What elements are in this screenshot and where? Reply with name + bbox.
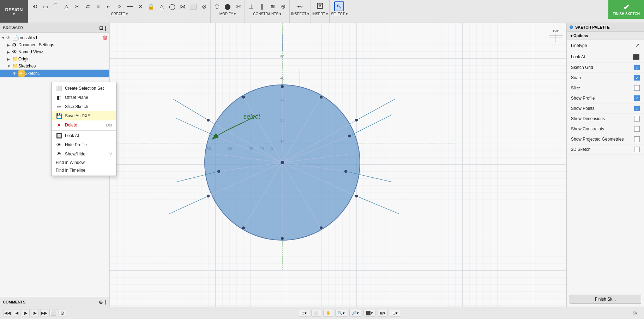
comments-expand-icon[interactable]: | <box>105 300 106 305</box>
timeline-icon1[interactable]: ⬜ <box>49 309 57 317</box>
constraint-icon3[interactable]: ≅ <box>267 1 277 11</box>
ctx-slice-sketch[interactable]: ✏ Slice Sketch <box>52 102 116 111</box>
tree-target-icon[interactable]: 🎯 <box>102 35 108 40</box>
ctx-save-as-dxf[interactable]: 💾 Save As DXF <box>52 111 116 120</box>
view-display-button[interactable]: ⬛▾ <box>363 310 375 317</box>
look-at-button[interactable]: ⬛ <box>633 53 640 60</box>
create-label[interactable]: CREATE ▾ <box>111 12 128 16</box>
ctx-show-hide[interactable]: 👁 Show/Hide V <box>52 149 116 159</box>
insert-icon[interactable]: 🖼 <box>315 1 325 11</box>
tree-arrow-doc: ▶ <box>7 43 12 47</box>
mirror-tool-icon[interactable]: ⋈ <box>178 1 188 11</box>
circle-tool-icon[interactable]: ○ <box>114 1 124 11</box>
arc-tool-icon[interactable]: ⌒ <box>51 1 61 11</box>
comments-add-icon[interactable]: ⊕ <box>99 299 103 305</box>
linetype-button[interactable]: ↗ <box>635 42 640 49</box>
modify-icon3[interactable]: ✄ <box>233 1 243 11</box>
sketch-grid-checkbox[interactable]: ✓ <box>634 65 640 70</box>
snap-checkbox[interactable]: ✓ <box>634 75 640 81</box>
show-constraints-checkbox[interactable] <box>634 126 640 132</box>
canvas-area[interactable]: 50 40 30 20 10 -50 -40 -30 -20 -10 <box>109 23 566 307</box>
tree-eye-sketch1[interactable]: 👁 <box>13 71 17 76</box>
nav-next-button[interactable]: ▶ <box>31 309 39 317</box>
design-menu-button[interactable]: DESIGN ▼ <box>0 0 28 23</box>
ctx-delete[interactable]: ✕ Delete Del <box>52 120 116 130</box>
browser-title: BROWSER <box>3 26 23 30</box>
show-projected-checkbox[interactable] <box>634 136 640 142</box>
constraint-icon4[interactable]: ⊕ <box>278 1 288 11</box>
browser-expand-icon[interactable]: | <box>105 25 106 31</box>
tree-item-sketch1[interactable]: 👁 ✏ Sketch1 <box>0 70 109 77</box>
comments-title: COMMENTS <box>3 300 25 304</box>
palette-row-look-at: Look At ⬛ <box>567 51 644 63</box>
dash-tool-icon[interactable]: — <box>125 1 135 11</box>
ctx-find-timeline[interactable]: Find in Timeline <box>52 166 116 174</box>
tree-eye-root[interactable]: 👁 <box>6 35 11 40</box>
view-cube[interactable]: TOP <box>547 25 565 46</box>
tree-item-origin[interactable]: ▶ 📁 Origin <box>0 55 109 63</box>
view-layout-button[interactable]: ⊟▾ <box>390 310 400 317</box>
options-header[interactable]: ▼ Options <box>567 32 644 40</box>
view-fit-button[interactable]: ⬜ <box>311 310 321 317</box>
nav-start-button[interactable]: ◀◀ <box>4 309 11 317</box>
tree-arrow-sketches: ▼ <box>7 64 12 68</box>
show-dimensions-checkbox[interactable] <box>634 116 640 122</box>
ctx-offset-plane[interactable]: ◧ Offset Plane <box>52 93 116 102</box>
slice-checkbox[interactable] <box>634 85 640 91</box>
tree-item-sketches[interactable]: ▼ 📁 Sketches <box>0 63 109 70</box>
line-tool-icon[interactable]: ⟲ <box>30 1 40 11</box>
timeline-icon2[interactable]: ⊙ <box>59 309 66 317</box>
finish-sketch-palette-button[interactable]: Finish Sk... <box>570 295 641 304</box>
line2-tool-icon[interactable]: ⌐ <box>104 1 114 11</box>
nav-play-button[interactable]: ▶ <box>22 309 30 317</box>
polygon-tool-icon[interactable]: △ <box>61 1 71 11</box>
ctx-create-selection-set[interactable]: ⬜ Create Selection Set <box>52 84 116 93</box>
nav-end-button[interactable]: ▶▶ <box>40 309 48 317</box>
show-points-label: Show Points <box>571 106 595 111</box>
lock-tool-icon[interactable]: 🔒 <box>146 1 156 11</box>
ring-tool-icon[interactable]: ◯ <box>167 1 177 11</box>
view-pan-button[interactable]: ✋ <box>323 310 333 317</box>
show-profile-checkbox[interactable]: ✓ <box>634 95 640 101</box>
svg-point-48 <box>217 170 220 173</box>
select-icon[interactable]: ↖ <box>334 1 344 11</box>
trim-tool-icon[interactable]: ✂ <box>72 1 82 11</box>
constraints-label[interactable]: CONSTRAINTS ▾ <box>253 12 281 16</box>
tree-item-root[interactable]: ▼ 👁 📄 pressfit v1 🎯 <box>0 34 109 41</box>
triangle-tool-icon[interactable]: △ <box>157 1 167 11</box>
show-points-checkbox[interactable]: ✓ <box>634 106 640 111</box>
view-home-button[interactable]: ⊕▾ <box>299 310 309 317</box>
finish-sketch-button[interactable]: ✔ FINISH SKETCH <box>608 0 644 19</box>
modify-icon2[interactable]: ⬤ <box>223 1 233 11</box>
view-grid-button[interactable]: ⊞▾ <box>378 310 388 317</box>
nav-prev-button[interactable]: ◀ <box>13 309 20 317</box>
ctx-find-window[interactable]: Find in Window <box>52 159 116 166</box>
constraint-icon2[interactable]: ∥ <box>257 1 267 11</box>
cross-tool-icon[interactable]: ✕ <box>136 1 145 11</box>
view-zoom-button[interactable]: 🔍▾ <box>335 310 347 317</box>
inspect-icon[interactable]: ⊷ <box>295 1 305 11</box>
frame-tool-icon[interactable]: ⬜ <box>188 1 198 11</box>
ctx-hide-profile[interactable]: 👁 Hide Profile <box>52 140 116 149</box>
select-label[interactable]: SELECT ▾ <box>331 12 348 16</box>
slash-tool-icon[interactable]: ⊘ <box>199 1 209 11</box>
modify-label[interactable]: MODIFY ▾ <box>219 12 236 16</box>
snap-label: Snap <box>571 75 581 80</box>
constraint-icon1[interactable]: ⊥ <box>246 1 256 11</box>
tree-item-doc-settings[interactable]: ▶ ⚙ Document Settings <box>0 41 109 48</box>
hatch-tool-icon[interactable]: ≡ <box>93 1 103 11</box>
offset-tool-icon[interactable]: ⊂ <box>83 1 92 11</box>
status-right: Sk... <box>633 311 640 315</box>
tree-label-origin: Origin <box>18 57 108 61</box>
inspect-label[interactable]: INSPECT ▾ <box>291 12 309 16</box>
tree-item-named-views[interactable]: ▶ 👁 Named Views <box>0 48 109 55</box>
browser-collapse-icon[interactable]: ⊟ <box>99 25 103 31</box>
svg-point-55 <box>281 237 284 240</box>
ctx-look-at[interactable]: 🔲 Look At <box>52 130 116 140</box>
rectangle-tool-icon[interactable]: ▭ <box>40 1 50 11</box>
tree-label-sketch1: Sketch1 <box>25 71 108 76</box>
modify-icon1[interactable]: ⬡ <box>212 1 222 11</box>
view-zoom2-button[interactable]: 🔎▾ <box>349 310 361 317</box>
insert-label[interactable]: INSERT ▾ <box>312 12 328 16</box>
3d-sketch-checkbox[interactable] <box>634 147 640 152</box>
